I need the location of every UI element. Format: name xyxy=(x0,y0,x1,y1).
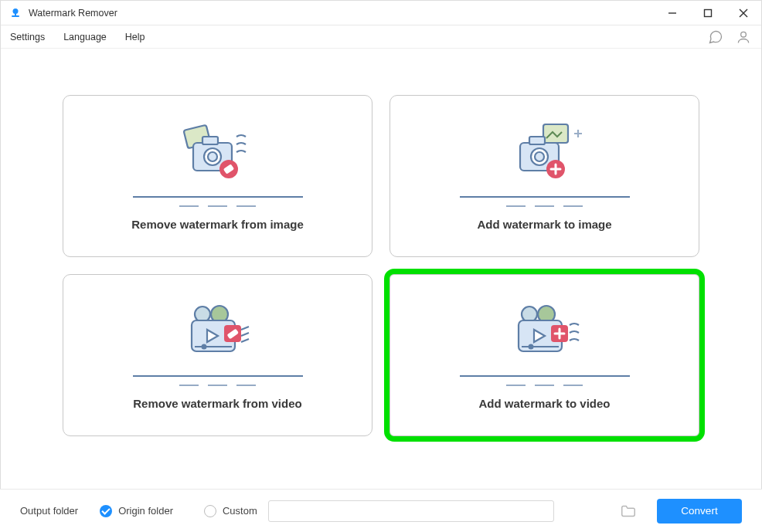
card-remove-watermark-video[interactable]: Remove watermark from video xyxy=(63,274,372,436)
radio-origin-label: Origin folder xyxy=(118,505,173,517)
svg-point-26 xyxy=(202,345,206,349)
output-path-input[interactable] xyxy=(268,500,554,522)
card-label: Add watermark to image xyxy=(477,218,611,231)
svg-point-12 xyxy=(208,152,217,161)
main-panel: Remove watermark from image xyxy=(1,49,761,459)
svg-rect-10 xyxy=(202,137,218,144)
account-icon[interactable] xyxy=(735,29,752,46)
card-label: Remove watermark from video xyxy=(133,397,301,410)
title-bar: Watermark Remover xyxy=(1,1,761,25)
browse-folder-icon[interactable] xyxy=(620,503,637,520)
card-label: Add watermark to video xyxy=(478,397,610,410)
radio-dot-icon xyxy=(204,505,216,517)
feedback-icon[interactable] xyxy=(707,29,724,46)
camera-add-icon xyxy=(483,121,607,195)
card-add-watermark-video[interactable]: Add watermark to video xyxy=(390,274,699,436)
convert-button[interactable]: Convert xyxy=(657,499,742,524)
app-logo-icon xyxy=(9,6,22,20)
svg-rect-4 xyxy=(705,9,712,16)
radio-origin-folder[interactable]: Origin folder xyxy=(100,505,173,517)
svg-point-34 xyxy=(529,345,532,349)
svg-rect-2 xyxy=(15,12,16,16)
svg-rect-17 xyxy=(529,137,545,144)
close-button[interactable] xyxy=(726,1,761,25)
maximize-button[interactable] xyxy=(690,1,726,25)
menu-bar: Settings Language Help xyxy=(1,25,761,49)
video-add-icon xyxy=(483,300,607,374)
svg-point-19 xyxy=(535,152,544,161)
radio-custom-folder[interactable]: Custom xyxy=(204,505,257,517)
video-erase-icon xyxy=(156,300,280,374)
card-remove-watermark-image[interactable]: Remove watermark from image xyxy=(63,95,372,257)
radio-custom-label: Custom xyxy=(223,505,257,517)
svg-point-7 xyxy=(741,32,747,37)
menu-help[interactable]: Help xyxy=(125,32,145,42)
radio-dot-checked-icon xyxy=(100,505,112,517)
minimize-button[interactable] xyxy=(655,1,690,25)
footer-bar: Output folder Origin folder Custom Conve… xyxy=(0,489,762,532)
camera-erase-icon xyxy=(156,121,280,195)
card-add-watermark-image[interactable]: Add watermark to image xyxy=(390,95,699,257)
output-folder-label: Output folder xyxy=(20,505,78,517)
card-label: Remove watermark from image xyxy=(131,218,304,231)
window-title: Watermark Remover xyxy=(29,8,117,19)
menu-settings[interactable]: Settings xyxy=(10,32,45,42)
menu-language[interactable]: Language xyxy=(63,32,107,42)
window-controls xyxy=(655,1,761,25)
svg-rect-15 xyxy=(543,124,568,143)
